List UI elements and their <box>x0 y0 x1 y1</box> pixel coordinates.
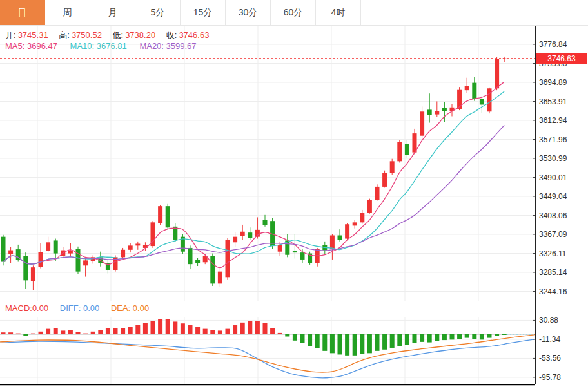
ohlc-legend: 开:3745.31 高:3750.52 低:3738.20 收:3746.63 <box>5 30 217 41</box>
tab-day[interactable]: 日 <box>0 0 45 25</box>
svg-text:3408.06: 3408.06 <box>539 211 567 220</box>
tab-30min[interactable]: 30分 <box>226 0 271 25</box>
ma10-legend: MA10: 3676.81 <box>70 41 127 51</box>
tab-60min[interactable]: 60分 <box>271 0 316 25</box>
tab-4hour[interactable]: 4时 <box>316 0 361 25</box>
svg-text:30.88: 30.88 <box>539 316 558 325</box>
svg-text:3367.09: 3367.09 <box>539 230 567 239</box>
open-label: 开: <box>5 30 16 40</box>
tab-month[interactable]: 月 <box>90 0 135 25</box>
svg-text:3612.94: 3612.94 <box>539 116 567 125</box>
svg-text:3776.84: 3776.84 <box>539 40 567 49</box>
svg-text:3490.01: 3490.01 <box>539 173 567 182</box>
svg-text:3449.04: 3449.04 <box>539 192 567 201</box>
macd-value: MACD:0.00 <box>5 303 48 313</box>
svg-text:3285.14: 3285.14 <box>539 268 567 277</box>
diff-value: DIFF: 0.00 <box>60 303 99 313</box>
ma-legend: MA5: 3696.47 MA10: 3676.81 MA20: 3599.67 <box>5 41 207 51</box>
macd-legend: MACD:0.00 DIFF: 0.00 DEA: 0.00 <box>5 303 158 313</box>
dea-value: DEA: 0.00 <box>111 303 149 313</box>
svg-text:3694.89: 3694.89 <box>539 78 567 87</box>
high-value: 3750.52 <box>72 30 102 40</box>
ma5-legend: MA5: 3696.47 <box>5 41 57 51</box>
open-value: 3745.31 <box>18 30 48 40</box>
kline-chart[interactable]: 3776.843735.863694.893653.913612.943571.… <box>0 0 588 389</box>
svg-text:3244.16: 3244.16 <box>539 287 567 296</box>
ma20-legend: MA20: 3599.67 <box>139 41 196 51</box>
tab-5min[interactable]: 5分 <box>135 0 181 25</box>
svg-text:3326.11: 3326.11 <box>539 249 567 258</box>
close-label: 收: <box>166 30 177 40</box>
low-value: 3738.20 <box>125 30 155 40</box>
high-label: 高: <box>59 30 70 40</box>
svg-text:-95.78: -95.78 <box>539 373 561 382</box>
close-value: 3746.63 <box>179 30 209 40</box>
svg-text:-53.56: -53.56 <box>539 354 561 363</box>
tab-week[interactable]: 周 <box>45 0 90 25</box>
interval-tabbar: 日 周 月 5分 15分 30分 60分 4时 <box>0 0 588 26</box>
svg-text:3653.91: 3653.91 <box>539 97 567 106</box>
kline-app: 日 周 月 5分 15分 30分 60分 4时 3776.843735.8636… <box>0 0 588 389</box>
svg-text:3530.99: 3530.99 <box>539 154 567 163</box>
low-label: 低: <box>113 30 124 40</box>
svg-text:3571.96: 3571.96 <box>539 135 567 144</box>
current-price-tag: 3746.63 <box>536 53 587 64</box>
tab-15min[interactable]: 15分 <box>181 0 226 25</box>
svg-text:-11.34: -11.34 <box>539 335 560 344</box>
